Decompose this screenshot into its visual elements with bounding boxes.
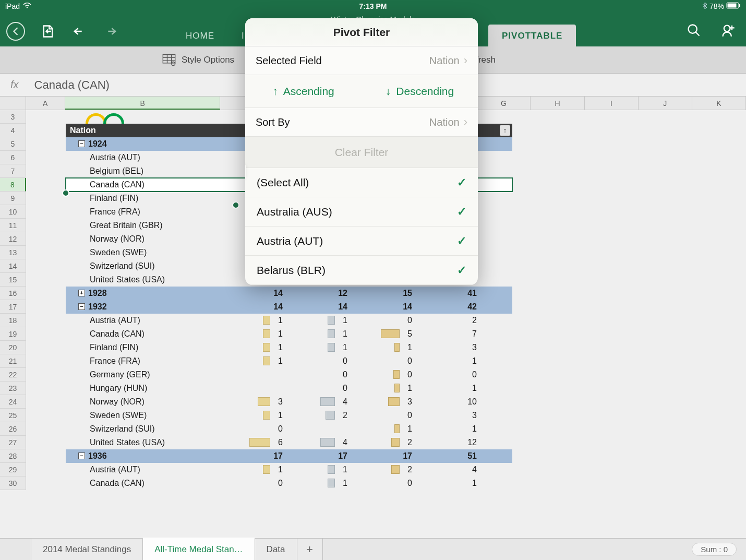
row-header[interactable]: 28 [0, 449, 26, 463]
back-button[interactable] [6, 22, 25, 41]
col-header-H[interactable]: H [531, 97, 584, 110]
redo-icon[interactable] [102, 23, 119, 40]
value: 0 [343, 356, 347, 366]
row-header[interactable]: 17 [0, 300, 26, 314]
sheet-tab[interactable]: Data [255, 539, 297, 560]
row-header[interactable]: 23 [0, 382, 26, 395]
sheet-tab[interactable]: 2014 Medal Standings [31, 539, 143, 560]
row-header[interactable]: 4 [0, 124, 26, 137]
pivot-nation-row[interactable]: United States (USA)64212 [66, 436, 512, 449]
row-header[interactable]: 5 [0, 137, 26, 151]
wifi-icon [23, 2, 31, 10]
row-header[interactable]: 25 [0, 409, 26, 422]
row-header[interactable]: 10 [0, 205, 26, 219]
sort-icon[interactable]: ↑ [500, 125, 510, 136]
row-header[interactable]: 9 [0, 192, 26, 205]
row-header[interactable]: 20 [0, 341, 26, 354]
value: 1 [343, 479, 347, 488]
expand-icon[interactable]: − [78, 303, 85, 310]
selection-handle-top[interactable] [62, 189, 69, 197]
undo-icon[interactable] [71, 23, 88, 40]
style-options-button[interactable]: Style Options [162, 53, 234, 67]
ribbon-tab-pivottable[interactable]: PIVOTTABLE [488, 25, 576, 46]
row-header[interactable]: 14 [0, 259, 26, 273]
filter-item-label: Australia (AUS) [257, 206, 332, 218]
total-value: 0 [472, 370, 477, 379]
row-header[interactable]: 19 [0, 327, 26, 341]
value: 1 [343, 329, 347, 339]
selection-handle-bottom[interactable] [232, 201, 239, 209]
col-header-K[interactable]: K [692, 97, 746, 110]
pivot-nation-row[interactable]: Norway (NOR)34310 [66, 395, 512, 409]
pivot-nation-row[interactable]: Switzerland (SUI)011 [66, 422, 512, 436]
pivot-year-row[interactable]: −193214141442 [66, 300, 512, 314]
col-header-G[interactable]: G [477, 97, 531, 110]
pivot-nation-row[interactable]: Austria (AUT)1124 [66, 463, 512, 476]
selected-field-row[interactable]: Selected Field Nation› [245, 46, 478, 75]
year-label: 1924 [88, 139, 107, 149]
filter-item[interactable]: (Select All)✓ [245, 168, 478, 197]
pivot-header-label: Nation [70, 126, 96, 135]
data-bar [326, 411, 335, 420]
col-header-J[interactable]: J [639, 97, 692, 110]
col-header-I[interactable]: I [585, 97, 639, 110]
expand-icon[interactable]: + [78, 290, 85, 296]
sheet-tab[interactable]: All-Time Medal Stan… [142, 538, 255, 560]
check-icon: ✓ [457, 264, 466, 277]
row-header[interactable]: 18 [0, 314, 26, 327]
filter-item-label: (Select All) [257, 176, 309, 189]
sort-by-row[interactable]: Sort By Nation› [245, 108, 478, 137]
row-header[interactable]: 29 [0, 463, 26, 476]
row-header[interactable]: 24 [0, 395, 26, 409]
sort-descending[interactable]: ↓ Descending [362, 75, 478, 108]
col-header-A[interactable]: A [26, 97, 65, 110]
row-header[interactable]: 7 [0, 164, 26, 178]
row-header[interactable]: 21 [0, 354, 26, 368]
search-icon[interactable] [685, 22, 702, 39]
total-value: 12 [467, 438, 477, 447]
value: 5 [407, 329, 412, 339]
row-header[interactable]: 8 [0, 178, 26, 192]
row-header[interactable]: 30 [0, 476, 26, 490]
data-bar [258, 397, 270, 406]
row-header[interactable]: 13 [0, 246, 26, 259]
row-header[interactable]: 26 [0, 422, 26, 436]
pivot-nation-row[interactable]: Germany (GER)000 [66, 368, 512, 382]
pivot-nation-row[interactable]: Austria (AUT)1102 [66, 314, 512, 327]
filter-item[interactable]: Belarus (BLR)✓ [245, 256, 478, 285]
clear-filter-button[interactable]: Clear Filter [245, 137, 478, 168]
row-header[interactable]: 16 [0, 287, 26, 300]
total-value: 10 [467, 397, 477, 407]
pivot-year-row[interactable]: −193617171751 [66, 449, 512, 463]
file-icon[interactable] [40, 23, 56, 40]
pivot-nation-row[interactable]: France (FRA)1001 [66, 354, 512, 368]
row-header[interactable]: 27 [0, 436, 26, 449]
pivot-nation-row[interactable]: Hungary (HUN)011 [66, 382, 512, 395]
pivot-year-row[interactable]: +192814121541 [66, 287, 512, 300]
pivot-nation-row[interactable]: Finland (FIN)1113 [66, 341, 512, 354]
value: 12 [338, 289, 347, 298]
col-header-B[interactable]: B [65, 97, 220, 110]
row-header[interactable]: 6 [0, 151, 26, 164]
expand-icon[interactable]: − [78, 140, 85, 147]
row-header[interactable]: 12 [0, 232, 26, 246]
expand-icon[interactable]: − [78, 452, 85, 459]
row-header[interactable]: 3 [0, 110, 26, 124]
total-value: 3 [472, 343, 477, 352]
row-header[interactable]: 11 [0, 219, 26, 232]
row-header[interactable]: 22 [0, 368, 26, 382]
heatmap-cell [416, 422, 481, 435]
pivot-nation-row[interactable]: Sweden (SWE)1203 [66, 409, 512, 422]
heatmap-cell [416, 314, 481, 327]
row-header[interactable]: 15 [0, 273, 26, 287]
share-icon[interactable] [720, 22, 737, 39]
filter-item[interactable]: Australia (AUS)✓ [245, 197, 478, 227]
sum-pill[interactable]: Sum : 0 [692, 543, 737, 556]
ribbon-tab-home[interactable]: HOME [172, 25, 228, 46]
pivot-nation-row[interactable]: Canada (CAN)1157 [66, 327, 512, 341]
pivot-nation-row[interactable]: Canada (CAN)0101 [66, 476, 512, 490]
add-sheet-button[interactable]: + [297, 539, 323, 560]
filter-item[interactable]: Austria (AUT)✓ [245, 227, 478, 256]
value: 2 [343, 411, 347, 420]
sort-ascending[interactable]: ↑ Ascending [245, 75, 362, 108]
